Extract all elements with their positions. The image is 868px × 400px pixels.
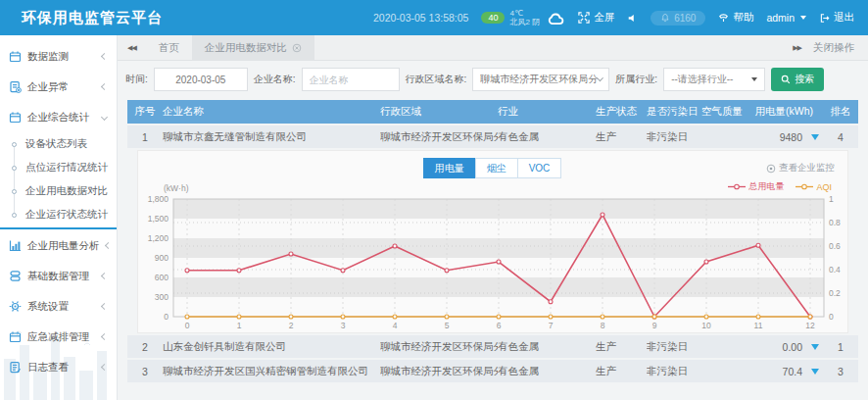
wind-label: 北风2 阴 <box>509 18 540 26</box>
table-cell: 生产 <box>596 130 647 144</box>
table-header-cell: 生产状态 <box>596 105 647 119</box>
filter-bar: 时间: 2020-03-05 企业名称: 行政区域名称: 聊城市经济开发区环保局… <box>118 61 868 98</box>
sidebar-item-数据监测[interactable]: 数据监测 <box>0 41 117 72</box>
chevron-down-icon <box>101 114 108 121</box>
detail-tab-用电量[interactable]: 用电量 <box>423 158 476 178</box>
sidebar-submenu: 设备状态列表点位运行情况统计企业用电数据对比企业运行状态统计 <box>0 132 117 226</box>
user-menu[interactable]: admin <box>766 12 806 24</box>
industry-select[interactable]: --请选择行业-- <box>663 68 765 91</box>
mute-icon[interactable] <box>627 13 638 24</box>
detail-tab-烟尘[interactable]: 烟尘 <box>475 158 518 178</box>
app-header: 环保用电监管云平台 2020-03-05 13:58:05 40 4℃ 北风2 … <box>0 0 868 35</box>
date-input[interactable]: 2020-03-05 <box>154 68 248 91</box>
table-header-cell: 行业 <box>498 105 596 119</box>
bullet-icon <box>12 213 17 218</box>
sidebar-item-日志查看[interactable]: 日志查看 <box>0 352 117 382</box>
sidebar-item-企业异常[interactable]: 企业异常 <box>0 72 117 102</box>
svg-text:0.2: 0.2 <box>829 288 841 298</box>
svg-text:1,200: 1,200 <box>148 233 169 243</box>
svg-text:10: 10 <box>701 321 711 330</box>
sidebar-subitem-企业用电数据对比[interactable]: 企业用电数据对比 <box>0 179 117 203</box>
legend-item-总用电量[interactable]: 总用电量 <box>728 180 784 193</box>
table-row-company-3[interactable]: 3聊城市经济开发区国兴精密钢管制造有限公司聊城市经济开发区环保局分局有色金属生产… <box>127 360 858 382</box>
region-label: 行政区域名称: <box>406 73 467 86</box>
search-icon <box>781 75 791 84</box>
cloud-icon <box>545 11 565 25</box>
table-cell: 聊城市经济开发区环保局分局 <box>380 340 498 354</box>
sidebar-item-label: 系统设置 <box>27 300 69 314</box>
sidebar-item-label: 日志查看 <box>27 361 69 375</box>
calendar-icon <box>9 50 22 63</box>
region-select[interactable]: 聊城市经济开发区环保局分局 <box>472 68 609 91</box>
calendar-icon <box>9 111 22 124</box>
time-label: 时间: <box>125 73 148 86</box>
svg-text:0: 0 <box>164 312 169 322</box>
sidebar-subitem-企业运行状态统计[interactable]: 企业运行状态统计 <box>0 203 117 226</box>
chevron-left-icon <box>101 333 108 340</box>
sidebar-item-label: 基础数据管理 <box>27 270 89 283</box>
fullscreen-icon <box>578 12 590 24</box>
table-header-cell: 排名 <box>823 105 858 119</box>
svg-text:0.4: 0.4 <box>829 265 841 275</box>
temperature-label: 4℃ <box>509 9 540 18</box>
company-table: 序号企业名称行政区域行业生产状态是否污染日空气质量用电量(kWh)排名 1聊城市… <box>127 100 858 382</box>
gear-icon <box>9 300 22 313</box>
sidebar-subitem-label: 企业运行状态统计 <box>25 208 108 222</box>
svg-text:8: 8 <box>601 321 605 330</box>
logout-icon <box>819 13 830 24</box>
view-monitor-link[interactable]: 查看企业监控 <box>766 162 835 175</box>
sidebar-item-应急减排管理[interactable]: 应急减排管理 <box>0 322 117 352</box>
table-row-company-1[interactable]: 1聊城市京鑫无缝管制造有限公司聊城市经济开发区环保局分局有色金属生产非污染日94… <box>127 125 858 148</box>
sidebar-item-企业用电量分析[interactable]: 企业用电量分析 <box>0 230 117 261</box>
table-cell: 1 <box>127 131 163 143</box>
tabs-scroll-left-icon[interactable]: ◀◀ <box>118 44 146 52</box>
sidebar-subitem-设备状态列表[interactable]: 设备状态列表 <box>0 132 117 156</box>
chevron-left-icon <box>101 83 108 90</box>
bell-icon <box>660 13 670 23</box>
sidebar-item-系统设置[interactable]: 系统设置 <box>0 291 117 322</box>
table-header-cell: 行政区域 <box>380 105 498 119</box>
bullet-icon <box>12 166 17 171</box>
table-cell-power: 9480 <box>752 131 823 143</box>
table-row-company-2[interactable]: 2山东金创钎具制造有限公司聊城市经济开发区环保局分局有色金属生产非污染日0.00… <box>127 335 858 358</box>
svg-text:900: 900 <box>155 253 169 263</box>
detail-tab-VOC[interactable]: VOC <box>517 158 562 178</box>
tab-close-icon[interactable] <box>292 43 302 53</box>
power-value: 0.00 <box>783 341 802 353</box>
logout-button[interactable]: 退出 <box>819 11 854 25</box>
sidebar: 数据监测企业异常企业综合统计设备状态列表点位运行情况统计企业用电数据对比企业运行… <box>0 35 118 400</box>
svg-text:1: 1 <box>237 321 242 330</box>
sidebar-item-label: 数据监测 <box>27 50 69 64</box>
svg-text:0: 0 <box>185 321 190 330</box>
legend-item-AQI[interactable]: AQI <box>796 182 832 192</box>
svg-text:2: 2 <box>289 321 294 330</box>
doc-alert-icon <box>9 80 22 93</box>
table-header-cell: 用电量(kWh) <box>752 105 823 119</box>
sidebar-item-label: 企业综合统计 <box>27 111 89 125</box>
search-button[interactable]: 搜索 <box>771 68 824 91</box>
monitor-icon <box>766 164 776 174</box>
fullscreen-button[interactable]: 全屏 <box>578 11 614 25</box>
tabs-scroll-right-icon[interactable]: ▶▶ <box>783 44 811 52</box>
help-button[interactable]: 帮助 <box>718 11 753 25</box>
legend-label: AQI <box>816 182 832 192</box>
bullet-icon <box>12 142 17 147</box>
industry-label: 所属行业: <box>615 73 657 86</box>
sidebar-subitem-点位运行情况统计[interactable]: 点位运行情况统计 <box>0 156 117 179</box>
table-header-row: 序号企业名称行政区域行业生产状态是否污染日空气质量用电量(kWh)排名 <box>127 100 858 124</box>
trend-down-icon <box>811 134 819 140</box>
notification-pill[interactable]: 6160 <box>651 11 705 25</box>
sidebar-item-基础数据管理[interactable]: 基础数据管理 <box>0 261 117 291</box>
tab-home[interactable]: 首页 <box>146 35 192 60</box>
close-operations-button[interactable]: 关闭操作 <box>813 41 868 55</box>
company-label: 企业名称: <box>254 73 296 86</box>
svg-text:0: 0 <box>829 312 834 322</box>
header-toolbar: 2020-03-05 13:58:05 40 4℃ 北风2 阴 全屏 6160 <box>373 9 868 26</box>
sidebar-item-企业综合统计[interactable]: 企业综合统计 <box>0 102 117 132</box>
svg-text:1,800: 1,800 <box>148 194 169 204</box>
main-area: ◀◀ 首页 企业用电数据对比 ▶▶ 关闭操作 时间: 2020-03-05 企业… <box>118 35 868 400</box>
tab-active[interactable]: 企业用电数据对比 <box>192 35 314 60</box>
company-name-input[interactable] <box>310 75 392 85</box>
svg-text:6: 6 <box>497 321 502 330</box>
sidebar-subitem-label: 点位运行情况统计 <box>25 161 108 175</box>
